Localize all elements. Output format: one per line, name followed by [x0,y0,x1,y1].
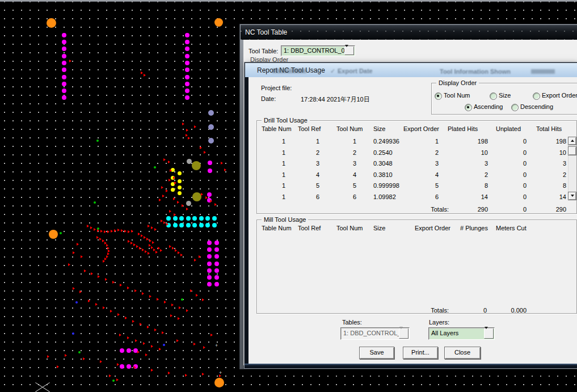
layers-combo-arrow[interactable] [484,328,494,339]
mill-usage-legend: Mill Tool Usage [262,216,308,223]
radio-tool-num[interactable] [435,92,442,100]
green-marker [96,140,99,142]
slate-pad [208,124,214,130]
drill-usage-legend: Drill Tool Usage [262,117,310,124]
radio-label-descending[interactable]: Descending [520,103,553,110]
magenta-pad [62,75,66,79]
yellow-pad [178,186,182,189]
layers-combo[interactable]: All Layers [428,327,495,340]
scroll-thumb[interactable] [568,146,576,155]
magenta-pad [185,33,189,37]
radio-ascending[interactable] [465,104,472,111]
gray-pad [186,201,191,206]
magenta-pad [127,364,131,369]
cell: 8 [485,182,488,189]
cell: 2 [485,171,488,178]
close-button[interactable]: Close [444,347,481,359]
cell: 6 [435,193,439,200]
cyan-pad [186,216,191,221]
totals-value: 0 [483,307,487,314]
totals-label: Totals: [431,206,449,213]
cyan-pad [212,216,217,221]
blurred-text-fragment [531,69,555,74]
magenta-pad [207,254,212,259]
cyan-pad [179,216,184,221]
cell: 1 [316,138,319,145]
totals-label: Totals: [431,307,449,314]
radio-size[interactable] [490,92,497,100]
cell: 0.999998 [373,182,399,189]
cell: 0.3810 [373,171,393,178]
cell: 1.09982 [373,193,396,200]
cell: 1 [282,193,285,200]
cell: 3 [485,160,488,167]
tool-table-combo-value: 1: DBD_CONTROL_0710. [284,47,345,54]
toolbar-edge [0,0,577,2]
report-titlebar[interactable]: Report NC Tool Usage ✓ Export Date Tool … [245,63,577,77]
tables-combo-arrow [399,328,408,339]
report-dialog-bottom-border [245,364,577,368]
cell: 5 [316,182,319,189]
cyan-pad [192,223,197,227]
magenta-pad [185,82,189,86]
magenta-pad [133,348,138,353]
magenta-pad [185,40,189,44]
magenta-pad [185,61,189,65]
cell: 0 [523,193,527,200]
column-header-total-hits: Total Hits [536,125,562,132]
cell: 4 [435,171,439,178]
blue-marker [163,344,165,346]
cell: 0 [523,149,527,156]
cell: 1 [282,182,285,189]
magenta-pad [62,33,66,37]
magenta-pad [185,68,189,72]
layers-label: Layers: [429,319,449,326]
tool-table-combo[interactable]: 1: DBD_CONTROL_0710. [281,45,355,56]
alignment-x-marker [34,382,51,392]
radio-descending[interactable] [511,104,519,111]
column-header-export-order: Export Order [415,225,450,231]
magenta-pad [207,247,212,252]
magenta-pad [62,47,66,51]
magenta-pad [185,54,189,58]
radio-export-order[interactable] [533,92,540,100]
app-screen: ++ NC Tool Table Tool Table: 1: DBD_CONT… [0,0,577,392]
radio-label-ascending[interactable]: Ascending [474,103,503,110]
tool-table-combo-arrow[interactable] [344,47,354,55]
magenta-pad [208,168,212,173]
scroll-down-button[interactable] [568,192,576,200]
layers-combo-value: All Layers [431,330,485,336]
date-value: 17:28:44 2021年7月10日 [301,95,370,104]
drill-table-row: 1550.9999985808 [257,180,567,192]
magenta-pad [62,95,66,100]
magenta-pad [214,262,219,266]
green-marker [112,380,115,382]
cyan-pad [173,223,178,227]
radio-label-tool-num[interactable]: Tool Num [444,92,470,99]
drill-tool-usage-group: Drill Tool Usage Table NumTool RefTool N… [256,120,577,214]
drill-table-scrollbar[interactable] [568,137,576,200]
blurred-export-date: Export Date [338,68,373,74]
blue-marker [72,332,74,335]
magenta-pad [214,282,219,286]
magenta-pad [62,54,66,58]
radio-label-export-order[interactable]: Export Order [542,92,577,99]
print-button[interactable]: Print... [403,347,438,359]
green-marker [94,201,96,204]
yellow-pad [178,191,182,195]
magenta-pad [214,268,219,273]
cell: 3 [563,160,566,167]
column-header-plunges: # Plunges [460,225,488,231]
radio-label-size[interactable]: Size [499,92,511,99]
cyan-pad [199,223,204,227]
orange-fiducial-pad [49,230,58,239]
cell: 2 [563,171,566,178]
save-button[interactable]: Save [359,347,394,359]
mill-table-header: Table NumTool RefTool NumSizeExport Orde… [257,225,567,233]
magenta-pad [185,88,189,93]
scroll-up-button[interactable] [568,137,576,145]
drill-totals-row: Totals:2900290 [257,204,567,216]
nc-titlebar[interactable]: NC Tool Table [241,25,577,40]
cell: 4 [353,171,356,178]
magenta-pad [120,364,124,369]
